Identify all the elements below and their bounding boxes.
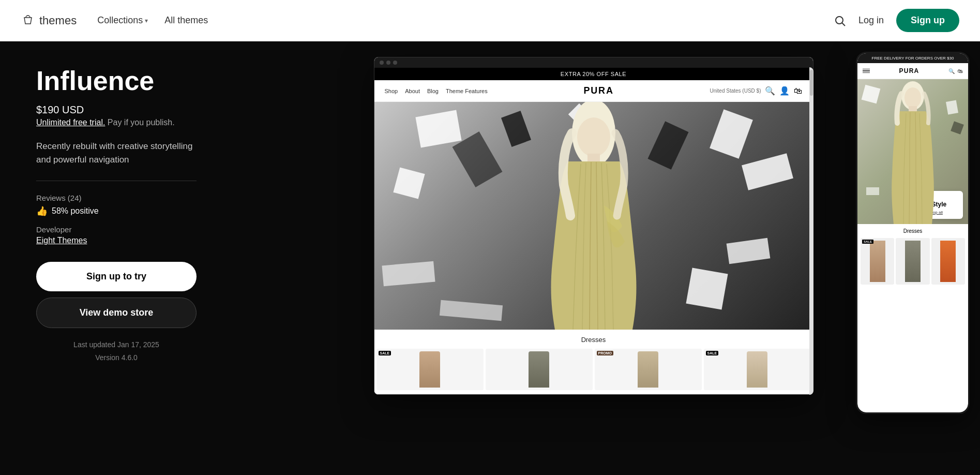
sign-up-to-try-button[interactable]: Sign up to try [36, 262, 197, 291]
mobile-product-card-1: SALE [861, 238, 894, 285]
thumbs-up-icon: 👍 [36, 205, 48, 217]
mobile-shape-1 [861, 85, 880, 104]
mobile-product-card-2 [896, 238, 929, 285]
free-trial-text: Unlimited free trial. Pay if you publish… [36, 118, 197, 127]
mockup-toolbar [374, 57, 813, 68]
store-nav-links: Shop About Blog Theme Features [385, 88, 488, 94]
main-nav: Collections ▾ All themes [97, 15, 834, 26]
dresses-section: Dresses SALE PROMO [374, 330, 813, 394]
nav-all-themes[interactable]: All themes [164, 15, 208, 26]
product-card-2 [486, 349, 593, 390]
developer-link[interactable]: Eight Themes [36, 236, 87, 245]
reviews-section: Reviews (24) 👍 58% positive [36, 194, 197, 217]
mobile-shape-3 [866, 187, 879, 195]
theme-description: Recently rebuilt with creative storytell… [36, 140, 197, 166]
view-demo-button[interactable]: View demo store [36, 298, 197, 328]
developer-section: Developer Eight Themes [36, 225, 197, 245]
desktop-mockup: EXTRA 20% OFF SALE Shop About Blog Theme… [374, 57, 813, 395]
mockup-dot-3 [393, 61, 397, 65]
search-icon [834, 14, 846, 27]
store-country: United States (USD $) [710, 88, 761, 94]
mobile-sale-badge: SALE [862, 240, 873, 244]
product-card-1: SALE [376, 349, 484, 390]
store-logo: PURA [584, 85, 614, 96]
sale-badge-1: SALE [379, 351, 391, 355]
nav-collections[interactable]: Collections ▾ [97, 15, 148, 26]
bg-shape-6 [686, 268, 728, 309]
reviews-positive: 👍 58% positive [36, 205, 197, 217]
bg-shape-5 [742, 153, 793, 190]
svg-point-6 [904, 87, 921, 108]
product-card-4: SALE [704, 349, 811, 390]
search-button[interactable] [834, 14, 846, 27]
theme-price: $190 USD [36, 104, 197, 116]
preview-panel: EXTRA 20% OFF SALE Shop About Blog Theme… [222, 41, 980, 475]
mobile-mockup: FREE DELIVERY FOR ORDERS OVER $30 PURA 🔍… [856, 52, 970, 414]
mobile-figure [884, 79, 941, 224]
hero-figure [526, 102, 661, 330]
store-nav: Shop About Blog Theme Features PURA Unit… [374, 80, 813, 102]
logo-text: themes [39, 14, 77, 27]
shopify-bag-icon [21, 13, 35, 28]
mockup-dot-1 [380, 61, 384, 65]
promo-badge: PROMO [597, 351, 613, 355]
mobile-shape-2 [946, 100, 958, 114]
mobile-dresses-title: Dresses [861, 228, 965, 234]
bg-shape-10 [726, 238, 770, 264]
header-actions: Log in Sign up [834, 9, 959, 32]
desktop-scrollbar[interactable] [809, 67, 813, 395]
store-hero [374, 102, 813, 330]
signup-button[interactable]: Sign up [896, 9, 959, 32]
product-card-3: PROMO [595, 349, 702, 390]
bg-shape-3 [382, 261, 435, 287]
product-grid: SALE PROMO SALE [374, 349, 813, 390]
theme-title: Influence [36, 66, 197, 96]
main-layout: Influence $190 USD Unlimited free trial.… [0, 41, 980, 475]
logo-link[interactable]: themes [21, 13, 77, 28]
store-nav-right: United States (USD $) 🔍 👤 🛍 [710, 86, 803, 96]
mobile-announcement: FREE DELIVERY FOR ORDERS OVER $30 [857, 53, 968, 63]
scrollbar-thumb [810, 70, 813, 96]
mobile-cart-icon: 🛍 [958, 68, 963, 74]
mockup-dot-2 [386, 61, 390, 65]
sale-badge-2: SALE [706, 351, 719, 355]
hamburger-icon [863, 69, 870, 73]
svg-line-1 [842, 23, 845, 26]
chevron-down-icon: ▾ [145, 17, 148, 24]
bg-shape-1 [416, 110, 462, 148]
svg-point-3 [577, 117, 610, 157]
bg-shape-8 [440, 300, 503, 321]
desktop-preview: EXTRA 20% OFF SALE Shop About Blog Theme… [374, 57, 813, 395]
free-trial-link[interactable]: Unlimited free trial. [36, 118, 105, 127]
mobile-screen: FREE DELIVERY FOR ORDERS OVER $30 PURA 🔍… [857, 53, 968, 412]
login-button[interactable]: Log in [858, 15, 884, 26]
store-search-icon: 🔍 [765, 86, 775, 96]
mobile-product-card-3 [931, 238, 965, 285]
bg-shape-2 [393, 167, 425, 199]
developer-label: Developer [36, 225, 197, 234]
site-header: themes Collections ▾ All themes Log in S… [0, 0, 980, 41]
store-cart-icon: 🛍 [794, 86, 802, 96]
mobile-search-icon: 🔍 [948, 68, 955, 74]
mobile-dresses-section: Dresses SALE [857, 224, 968, 289]
bg-shape-4 [710, 109, 753, 159]
divider [36, 181, 197, 181]
mobile-nav-icons: 🔍 🛍 [948, 68, 963, 74]
mobile-nav: PURA 🔍 🛍 [857, 63, 968, 79]
store-announcement-bar: EXTRA 20% OFF SALE [374, 68, 813, 80]
mobile-shape-4 [951, 121, 964, 135]
reviews-label: Reviews (24) [36, 194, 197, 202]
mobile-product-grid: SALE [861, 238, 965, 285]
svg-point-0 [836, 17, 843, 24]
theme-detail-panel: Influence $190 USD Unlimited free trial.… [0, 41, 222, 475]
mobile-hero: New Basics The Art of Style Shop new in … [857, 79, 968, 224]
update-info: Last updated Jan 17, 2025 Version 4.6.0 [36, 338, 197, 364]
dresses-title: Dresses [374, 336, 813, 344]
store-account-icon: 👤 [779, 86, 790, 96]
mobile-store-logo: PURA [899, 67, 919, 75]
